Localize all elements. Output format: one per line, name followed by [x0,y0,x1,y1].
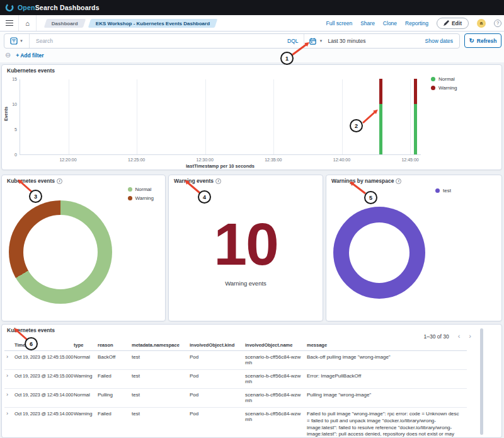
legend-dot [431,86,435,90]
bar-chart-legend: NormalWarning [431,76,457,91]
header-spacer [4,342,14,348]
full-screen-link[interactable]: Full screen [326,20,353,26]
date-picker-button[interactable]: ▼ [304,34,328,48]
help-icon[interactable]: ? [494,20,501,27]
dql-language-button[interactable]: DQL [282,34,304,48]
cell-kind: Pod [190,373,245,384]
column-header-involvedobject-kind[interactable]: involvedObject.kind [190,342,245,348]
panel-warning-events-metric: Warning eventsi 10 Warning events [168,175,323,321]
calendar-icon [309,38,316,45]
column-header-time[interactable]: Time▼ [14,342,74,348]
legend-item-warning[interactable]: Warning [128,195,154,201]
cell-type: Warning [74,373,98,384]
events-donut-chart[interactable] [9,200,112,304]
next-page-button[interactable]: › [469,333,471,340]
cell-time: Oct 19, 2023 @ 12:45:15.000 [14,354,74,366]
query-box: ▼ DQL ▼ Last 30 minutes Show dates [4,33,460,49]
breadcrumb-dashboard[interactable]: Dashboard [44,19,86,28]
cell-message: Pulling image "wrong-image" [307,392,467,403]
row-expand-button[interactable]: › [4,411,14,437]
cell-namespace: test [132,354,190,366]
cell-name: scenario-b-cff56c84-wzwmh [245,373,307,384]
cell-type: Warning [74,411,98,437]
time-range-label[interactable]: Last 30 minutes [328,38,365,44]
legend-label: Normal [135,187,152,192]
cell-reason: Pulling [98,392,132,403]
info-icon[interactable]: i [396,178,401,184]
legend-item-test[interactable]: test [435,188,451,193]
x-axis-tick-label: 12:40:00 [328,158,355,162]
legend-item-normal[interactable]: Normal [431,76,457,82]
row-expand-button[interactable]: › [4,373,14,384]
bar-segment-warning[interactable] [379,79,382,104]
column-header-type[interactable]: type [74,342,98,348]
y-axis-tick-label: 10 [2,102,17,107]
cell-time: Oct 19, 2023 @ 12:45:14.000 [14,392,74,403]
cell-time: Oct 19, 2023 @ 12:45:14.000 [14,411,74,437]
reporting-link[interactable]: Reporting [405,20,428,26]
column-header-metadata-namespace[interactable]: metadata.namespace [132,342,190,348]
namespace-donut-chart[interactable] [333,207,425,299]
info-icon[interactable]: i [57,178,62,184]
edit-button-label: Edit [452,20,462,26]
bar-segment-normal[interactable] [379,104,382,154]
chevron-down-icon: ▼ [319,39,323,43]
annotation-circle-6: 6 [25,337,38,350]
filter-disabled-icon[interactable]: ⊖ [5,52,11,59]
gridline [410,79,411,154]
annotation-circle-2: 2 [350,119,363,132]
bar-segment-warning[interactable] [414,79,417,104]
panel-kubernetes-events-table: Kubernetes events 1–30 of 30 ‹ › Time▼ty… [1,324,502,438]
x-axis-tick-label: 12:30:00 [191,158,219,162]
column-header-involvedobject-name[interactable]: involvedObject.name [245,342,307,348]
add-filter-link[interactable]: + Add filter [16,52,43,59]
cell-time: Oct 19, 2023 @ 12:45:15.000 [14,373,74,384]
cell-reason: Failed [98,373,132,384]
row-expand-button[interactable]: › [4,354,14,366]
x-axis-tick-label: 12:45:00 [396,158,424,162]
annotation-circle-3: 3 [29,190,42,203]
legend-item-normal[interactable]: Normal [128,187,154,192]
gridline [137,79,137,154]
nav-bar: ⌂ Dashboard EKS Workshop - Kubernetes Ev… [0,15,504,32]
info-icon[interactable]: i [215,178,221,184]
cell-type: Normal [74,392,98,403]
table-body: ›Oct 19, 2023 @ 12:45:15.000NormalBackOf… [4,351,467,437]
breadcrumb-current-dashboard[interactable]: EKS Workshop - Kubernetes Events Dashboa… [88,19,218,28]
y-axis-tick-label: 15 [2,77,17,81]
legend-item-warning[interactable]: Warning [431,85,457,91]
legend-label: Normal [438,76,455,82]
home-icon[interactable]: ⌂ [19,15,37,31]
previous-page-button[interactable]: ‹ [458,333,461,340]
legend-dot [431,77,435,81]
search-input[interactable] [30,34,282,48]
gridline [69,79,69,154]
edit-button[interactable]: Edit [437,18,469,29]
column-header-reason[interactable]: reason [98,342,132,348]
bar-segment-normal[interactable] [414,104,417,154]
panel-title: Kubernetes events [7,67,55,74]
y-axis-tick-label: 0 [2,153,17,157]
cell-name: scenario-b-cff56c84-wzwmh [245,411,307,437]
show-dates-button[interactable]: Show dates [425,38,459,44]
cell-namespace: test [132,392,190,403]
y-axis-label: Events [4,107,8,121]
clone-link[interactable]: Clone [383,20,397,26]
x-axis-tick-label: 12:20:00 [54,158,82,162]
saved-query-menu-button[interactable]: ▼ [4,34,30,48]
refresh-button[interactable]: ↻ Refresh [464,33,501,48]
column-header-message[interactable]: message [307,342,467,348]
table-scrollbar[interactable] [480,328,483,435]
cell-message: Back-off pulling image "wrong-image" [307,354,467,366]
menu-hamburger-icon[interactable] [0,15,19,31]
cell-message: Failed to pull image "wrong-image": rpc … [307,411,467,437]
panel-kubernetes-events-donut: Kubernetes eventsi NormalWarning [1,175,166,321]
legend-label: Warning [135,195,154,201]
cell-name: scenario-b-cff56c84-wzwmh [245,354,307,366]
row-expand-button[interactable]: › [4,392,14,403]
share-link[interactable]: Share [360,20,375,26]
user-avatar[interactable]: a [477,19,486,28]
namespace-donut-legend: test [435,188,451,193]
annotation-circle-5: 5 [364,191,377,204]
gridline [205,79,206,154]
